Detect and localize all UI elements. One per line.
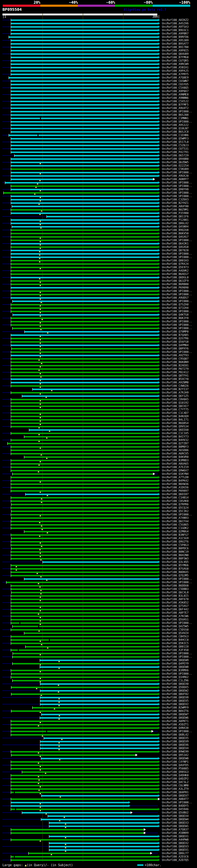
hit-bar[interactable] xyxy=(11,311,158,312)
hit-bar[interactable] xyxy=(11,368,158,370)
hit-label[interactable]: UniRef100_A7AN93 xyxy=(162,516,189,520)
hit-label[interactable]: UniRef100_Q5KIC5 xyxy=(162,642,189,645)
hit-label[interactable]: UniRef100_Q84U89 xyxy=(162,52,189,55)
hit-bar[interactable] xyxy=(11,490,158,492)
hit-label[interactable]: UniRef100_Q0QEV5 xyxy=(162,699,189,702)
hit-bar[interactable] xyxy=(11,558,158,559)
hit-label[interactable]: UniRef100_UPI000.. xyxy=(162,513,192,516)
hit-bar[interactable] xyxy=(11,270,158,272)
hit-bar[interactable] xyxy=(6,582,158,583)
hit-bar[interactable] xyxy=(11,687,158,688)
hit-label[interactable]: UniRef100_A9P8I5 xyxy=(162,49,189,52)
hit-bar[interactable] xyxy=(11,195,158,197)
hit-bar[interactable] xyxy=(11,57,158,58)
hit-bar[interactable] xyxy=(47,216,158,217)
hit-label[interactable]: UniRef100_UPI000.. xyxy=(162,323,192,327)
hit-bar[interactable] xyxy=(11,26,158,28)
hit-label[interactable]: UniRef100_Q95342 xyxy=(162,753,189,756)
hit-label[interactable]: UniRef100_B9I7B8 xyxy=(162,45,189,49)
hit-label[interactable]: UniRef100_B0Z9M1 xyxy=(162,208,189,211)
hit-label[interactable]: UniRef100_B4KVR8 xyxy=(162,456,189,459)
hit-bar[interactable] xyxy=(4,192,158,194)
hit-bar[interactable] xyxy=(11,565,158,566)
hit-bar[interactable] xyxy=(26,646,158,648)
hit-bar[interactable] xyxy=(11,460,158,461)
hit-bar[interactable] xyxy=(11,609,158,610)
hit-bar[interactable] xyxy=(11,253,158,255)
hit-bar[interactable] xyxy=(11,575,158,577)
hit-label[interactable]: UniRef100_UPI000.. xyxy=(162,184,192,188)
hit-label[interactable]: UniRef100_B8M0Y3 xyxy=(162,445,189,448)
hit-label[interactable]: UniRef100_B0VZT6 xyxy=(162,709,189,713)
hit-bar[interactable] xyxy=(11,297,158,299)
hit-bar[interactable] xyxy=(11,859,158,861)
hit-bar[interactable] xyxy=(11,399,158,400)
hit-bar[interactable] xyxy=(11,571,158,573)
hit-label[interactable]: UniRef100_Q0QEW1 xyxy=(162,825,189,828)
hit-label[interactable]: UniRef100_B9GSC1 xyxy=(162,29,189,32)
hit-bar[interactable] xyxy=(11,243,158,245)
hit-bar[interactable] xyxy=(11,788,158,790)
hit-bar[interactable] xyxy=(11,30,158,31)
hit-label[interactable]: UniRef100_A1CSG9 xyxy=(162,537,189,540)
hit-label[interactable]: UniRef100_Q2GTR6 xyxy=(162,337,189,340)
hit-bar[interactable] xyxy=(29,852,150,854)
hit-label[interactable]: UniRef100_Q0QEW7 xyxy=(162,713,189,716)
hit-bar[interactable] xyxy=(11,148,158,150)
hit-label[interactable]: UniRef100_A6SD06 xyxy=(162,448,189,452)
hit-label[interactable]: UniRef100_Q7RXJ4 xyxy=(162,262,189,266)
hit-label[interactable]: UniRef100_Q6EE60 xyxy=(162,428,189,431)
hit-bar[interactable] xyxy=(11,290,158,292)
hit-bar[interactable] xyxy=(11,40,158,41)
hit-label[interactable]: UniRef100_Q4SN94 xyxy=(162,225,189,228)
hit-label[interactable]: UniRef100_A9PAJ5 xyxy=(162,69,189,72)
hit-bar[interactable] xyxy=(11,595,158,597)
hit-label[interactable]: UniRef100_Q0QEW8 xyxy=(162,665,189,669)
hit-bar[interactable] xyxy=(41,795,158,797)
hit-bar[interactable] xyxy=(9,36,158,38)
hit-label[interactable]: UniRef100_Q0QEW0 xyxy=(162,757,189,760)
hit-label[interactable]: UniRef100_B9WE99 xyxy=(162,750,189,753)
hit-label[interactable]: UniRef100_Q9VS34 xyxy=(162,425,189,428)
hit-label[interactable]: UniRef100_A7KCW6 xyxy=(162,615,189,618)
hit-bar[interactable] xyxy=(11,619,158,620)
hit-bar[interactable] xyxy=(11,84,158,85)
hit-bar[interactable] xyxy=(11,450,158,451)
hit-bar[interactable] xyxy=(11,284,158,285)
hit-label[interactable]: UniRef100_C8V0A5 xyxy=(162,398,189,401)
hit-bar[interactable] xyxy=(11,629,158,630)
hit-label[interactable]: UniRef100_P09897 xyxy=(162,489,189,492)
hit-label[interactable]: UniRef100_C6T531 xyxy=(162,147,189,150)
hit-label[interactable]: UniRef100_Q940B0 xyxy=(162,157,189,160)
hit-bar[interactable] xyxy=(11,537,158,539)
hit-label[interactable]: UniRef100_Q10192 xyxy=(162,401,189,404)
hit-label[interactable]: UniRef100_Q0QEV7 xyxy=(162,794,189,797)
hit-label[interactable]: UniRef100_UPI000.. xyxy=(162,621,192,624)
hit-label[interactable]: UniRef100_A4HPW8 xyxy=(162,838,189,841)
hit-label[interactable]: UniRef100_A9S3J2 xyxy=(162,123,189,127)
hit-bar[interactable] xyxy=(11,405,158,407)
hit-bar[interactable] xyxy=(11,321,158,322)
hit-label[interactable]: UniRef100_B4HCC0 xyxy=(162,638,189,641)
hit-label[interactable]: UniRef100_Q75AS7 xyxy=(162,604,189,608)
hit-label[interactable]: UniRef100_Q2M0G4 xyxy=(162,530,189,533)
hit-bar[interactable] xyxy=(11,477,158,478)
hit-bar[interactable] xyxy=(11,334,158,336)
hit-bar[interactable] xyxy=(24,632,158,634)
hit-bar[interactable] xyxy=(11,152,158,153)
hit-bar[interactable] xyxy=(11,710,158,712)
hit-bar[interactable] xyxy=(11,534,158,536)
hit-label[interactable]: UniRef100_Q60P81 xyxy=(162,791,189,794)
hit-label[interactable]: UniRef100_B4IY73 xyxy=(162,435,189,438)
hit-label[interactable]: UniRef100_Q07020 xyxy=(162,249,189,252)
hit-label[interactable]: UniRef100_UPI000.. xyxy=(162,120,192,123)
hit-label[interactable]: UniRef100_B6SJ08 xyxy=(162,113,189,116)
hit-label[interactable]: UniRef100_B8PDC6 xyxy=(162,547,189,550)
hit-label[interactable]: UniRef100_Q5I7L0 xyxy=(162,141,189,144)
hit-label[interactable]: UniRef100_Q1KYN4 xyxy=(162,472,189,475)
hit-label[interactable]: UniRef100_B6DDU0 xyxy=(162,584,189,587)
hit-bar[interactable] xyxy=(11,294,158,295)
hit-bar[interactable] xyxy=(11,229,158,231)
hit-bar[interactable] xyxy=(11,734,158,736)
hit-label[interactable]: UniRef100_C5DBB3 xyxy=(162,588,189,591)
